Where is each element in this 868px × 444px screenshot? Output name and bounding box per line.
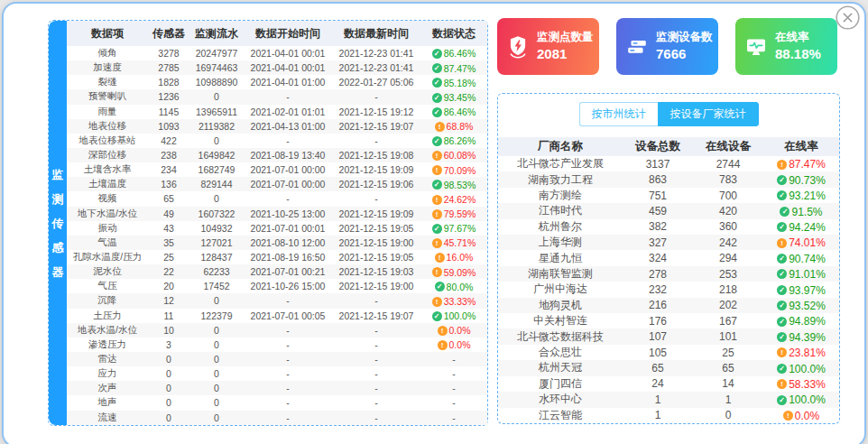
online-rate-value: 16.0% [447, 253, 474, 264]
check-icon: ✓ [435, 282, 445, 291]
online-rate-value: 24.62% [444, 194, 476, 205]
flow-count-cell: 62233 [189, 264, 244, 279]
vendor-table-row: 南方测绘 751 700 ✓93.21% [498, 188, 839, 203]
status-cell: - [420, 381, 487, 395]
warn-icon: ! [777, 347, 787, 357]
status-cell: ✓100.0% [763, 392, 839, 407]
vendor-table-row: 厦门四信 24 14 !58.33% [498, 376, 839, 392]
latest-time-cell: - [332, 323, 420, 338]
online-rate-value: 90.73% [789, 174, 826, 187]
data-item-cell: 地表水温/水位 [67, 323, 148, 338]
vendor-name-cell: 水环中心 [498, 392, 623, 407]
tab-by-vendor[interactable]: 按设备厂家统计 [658, 102, 759, 126]
warn-icon: ! [777, 379, 787, 389]
status-cell: ✓90.73% [763, 171, 839, 187]
latest-time-cell: - [332, 338, 420, 352]
online-rate-value: 79.59% [444, 208, 476, 219]
check-icon: ✓ [432, 107, 442, 117]
start-time-cell: 2021-04-13 01:00 [244, 119, 332, 134]
vendor-name-cell: 湖南联智监测 [498, 266, 623, 282]
vendor-name-cell: 地狗灵机 [498, 298, 623, 313]
col-flow: 监测流水 [189, 21, 244, 46]
stat-card-label: 在线率 [775, 30, 821, 45]
stat-card-value: 7666 [656, 45, 713, 63]
check-icon: ✓ [432, 180, 442, 190]
flow-count-cell: 2119382 [189, 119, 244, 134]
status-cell: - [420, 395, 487, 410]
online-rate-value: 58.33% [789, 378, 826, 391]
start-time-cell: - [244, 411, 332, 425]
check-icon: ✓ [432, 78, 442, 88]
col-vendor-name: 厂商名称 [498, 137, 623, 156]
start-time-cell: - [244, 366, 332, 381]
status-cell: ✓100.0% [763, 360, 839, 375]
warn-icon: ! [777, 160, 787, 170]
status-cell: ✓94.24% [763, 219, 839, 235]
vendor-name-cell: 上海华测 [498, 235, 623, 250]
latest-time-cell: - [332, 293, 420, 308]
online-rate-value: 91.01% [789, 268, 826, 281]
sensor-count-cell: 1828 [148, 75, 189, 89]
check-icon: ✓ [777, 317, 787, 327]
sensor-table-row: 加速度 2785 16974463 2021-04-01 00:01 2021-… [67, 60, 487, 75]
online-rate-value: 93.52% [789, 300, 826, 312]
sensor-count-cell: 422 [148, 134, 189, 148]
col-online-rate: 在线率 [763, 137, 839, 156]
status-cell: !58.33% [763, 376, 839, 392]
col-device-total: 设备总数 [623, 137, 693, 156]
online-rate-value: 94.89% [789, 315, 826, 328]
online-rate-value: 97.67% [444, 223, 476, 234]
device-total-cell: 65 [623, 360, 693, 375]
status-cell: ✓86.46% [420, 105, 487, 119]
vendor-table-row: 江云智能 1 0 !0.0% [498, 408, 839, 424]
sensor-table-row: 泥水位 22 62233 2021-07-01 00:21 2021-12-15… [67, 264, 487, 279]
status-cell: !0.0% [420, 338, 487, 352]
flow-count-cell: 0 [189, 191, 244, 206]
start-time-cell: - [244, 89, 332, 104]
sensor-count-cell: 0 [148, 381, 189, 395]
latest-time-cell: - [332, 366, 420, 381]
tab-by-city[interactable]: 按市州统计 [579, 102, 658, 126]
latest-time-cell: - [332, 191, 420, 206]
data-item-cell: 泥水位 [67, 264, 148, 279]
flow-count-cell: 0 [189, 338, 244, 352]
flow-count-cell: 829144 [189, 177, 244, 191]
device-online-cell: 360 [693, 219, 763, 235]
vendor-name-cell: 中关村智连 [498, 313, 623, 328]
device-total-cell: 324 [623, 250, 693, 265]
warn-icon: ! [432, 238, 442, 248]
status-cell: !16.0% [420, 250, 487, 264]
check-icon: ✓ [780, 207, 790, 217]
online-rate-value: 100.0% [789, 362, 826, 375]
check-icon: ✓ [777, 190, 787, 200]
sensor-count-cell: 10 [148, 323, 189, 338]
sensor-table-row: 土壤含水率 234 1682749 2021-07-01 00:00 2021-… [67, 162, 487, 177]
sensor-table-row: 雨量 1145 13965911 2021-02-01 01:01 2021-1… [67, 105, 487, 119]
warn-icon: ! [432, 267, 442, 277]
latest-time-cell: - [332, 395, 420, 410]
start-time-cell: 2021-10-26 15:00 [244, 279, 332, 293]
sensor-table-row: 深部位移 238 1649842 2021-08-19 13:40 2021-1… [67, 148, 487, 162]
sensor-table-row: 孔隙水温度/压力 25 128437 2021-08-19 16:50 2021… [67, 250, 487, 264]
device-online-cell: 218 [693, 282, 763, 297]
flow-count-cell: 0 [189, 89, 244, 104]
online-rate-value: 0.0% [449, 325, 471, 336]
close-icon [835, 5, 861, 31]
sensor-count-cell: 1093 [148, 119, 189, 134]
warn-icon: ! [432, 297, 442, 307]
latest-time-cell: - [332, 381, 420, 395]
data-item-cell: 流速 [67, 411, 148, 425]
flow-count-cell: 0 [189, 293, 244, 308]
online-rate-value: 80.0% [447, 282, 474, 292]
sensor-table-row: 流速 0 0 - - - [67, 411, 487, 425]
sensor-count-cell: 0 [148, 411, 189, 425]
latest-time-cell: 2021-12-15 19:09 [332, 207, 420, 221]
close-button[interactable] [835, 5, 861, 31]
sensor-count-cell: 11 [148, 309, 189, 323]
latest-time-cell: 2021-12-15 19:05 [332, 221, 420, 236]
sensor-count-cell: 0 [148, 366, 189, 381]
device-online-cell: 783 [693, 171, 763, 187]
online-rate-value: 91.5% [791, 205, 822, 217]
start-time-cell: - [244, 395, 332, 410]
sensor-count-cell: 35 [148, 236, 189, 250]
